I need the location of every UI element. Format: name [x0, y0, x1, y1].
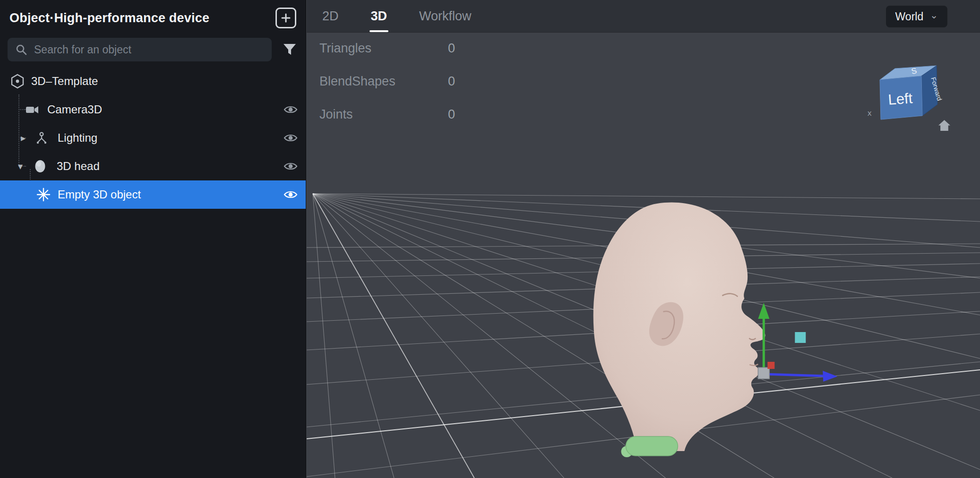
- object-tree: 3D–Template Camera3D ▸ Lighting ▾: [0, 67, 306, 209]
- add-object-button[interactable]: [275, 8, 296, 28]
- view-tabbar: 2D 3D Workflow World ⌄: [307, 0, 980, 33]
- tab-3d[interactable]: 3D: [371, 0, 387, 32]
- template-hexagon-icon: [10, 74, 25, 89]
- viewcube-widget[interactable]: x Left Forward S: [867, 57, 952, 142]
- tree-item-label: Camera3D: [47, 103, 102, 116]
- camera-icon: [26, 104, 39, 115]
- visibility-eye-icon[interactable]: [283, 189, 298, 200]
- tab-2d[interactable]: 2D: [322, 0, 339, 32]
- tree-item-label: Empty 3D object: [58, 188, 141, 201]
- gizmo-teal-handle[interactable]: [795, 332, 806, 343]
- world-dropdown-label: World: [895, 10, 924, 23]
- 3d-viewport[interactable]: Triangles 0 BlendShapes 0 Joints 0: [307, 33, 980, 478]
- object-panel: Object·High-performance device: [0, 0, 306, 478]
- visibility-eye-icon[interactable]: [283, 161, 298, 171]
- stat-label: BlendShapes: [319, 74, 448, 89]
- stat-joints: Joints 0: [319, 107, 455, 122]
- gizmo-x-arrowhead[interactable]: [823, 371, 837, 382]
- stat-triangles: Triangles 0: [319, 41, 455, 56]
- visibility-eye-icon[interactable]: [283, 133, 298, 143]
- filter-icon[interactable]: [282, 43, 297, 57]
- tree-item-label: 3D–Template: [31, 75, 98, 88]
- tab-workflow[interactable]: Workflow: [419, 0, 472, 32]
- stat-label: Joints: [319, 107, 448, 122]
- main-area: 2D 3D Workflow World ⌄ Triangles 0 Blend…: [307, 0, 980, 478]
- plus-icon: [281, 13, 291, 23]
- lighting-icon: [35, 131, 48, 145]
- mesh-stats: Triangles 0 BlendShapes 0 Joints 0: [319, 41, 455, 140]
- search-row: [0, 35, 306, 61]
- search-input[interactable]: [34, 43, 264, 56]
- tree-item-3d-head[interactable]: ▾ 3D head: [0, 152, 306, 180]
- caret-right-icon[interactable]: ▸: [21, 133, 26, 143]
- world-dropdown[interactable]: World ⌄: [886, 6, 947, 27]
- stat-value: 0: [448, 41, 455, 56]
- tree-item-lighting[interactable]: ▸ Lighting: [0, 124, 306, 152]
- stat-value: 0: [448, 74, 455, 89]
- tree-item-label: 3D head: [57, 160, 100, 173]
- snowflake-icon: [36, 187, 51, 202]
- stat-value: 0: [448, 107, 455, 122]
- tree-item-empty-3d-object[interactable]: Empty 3D object: [0, 180, 306, 209]
- stat-blendshapes: BlendShapes 0: [319, 74, 455, 89]
- axis-hint-label: x: [868, 109, 872, 118]
- gizmo-x-axis[interactable]: [764, 374, 824, 376]
- gizmo-y-arrowhead[interactable]: [758, 303, 769, 319]
- neck-capsule[interactable]: [621, 436, 678, 457]
- caret-down-icon[interactable]: ▾: [18, 162, 23, 171]
- viewcube-front-label: Left: [887, 90, 913, 108]
- visibility-eye-icon[interactable]: [283, 104, 298, 115]
- panel-title: Object·High-performance device: [9, 11, 209, 26]
- tree-item-camera3d[interactable]: Camera3D: [0, 95, 306, 124]
- chevron-down-icon: ⌄: [930, 10, 938, 20]
- home-view-icon[interactable]: [938, 120, 951, 133]
- object-panel-header: Object·High-performance device: [0, 0, 306, 35]
- tree-item-label: Lighting: [58, 131, 97, 145]
- head-model[interactable]: [593, 203, 765, 451]
- tree-item-template[interactable]: 3D–Template: [0, 67, 306, 95]
- search-icon: [15, 43, 27, 56]
- stat-label: Triangles: [319, 41, 448, 56]
- gizmo-origin-handle[interactable]: [758, 367, 769, 379]
- gizmo-red-handle[interactable]: [767, 362, 774, 369]
- object-search[interactable]: [8, 38, 272, 61]
- head-sphere-icon: [34, 159, 46, 173]
